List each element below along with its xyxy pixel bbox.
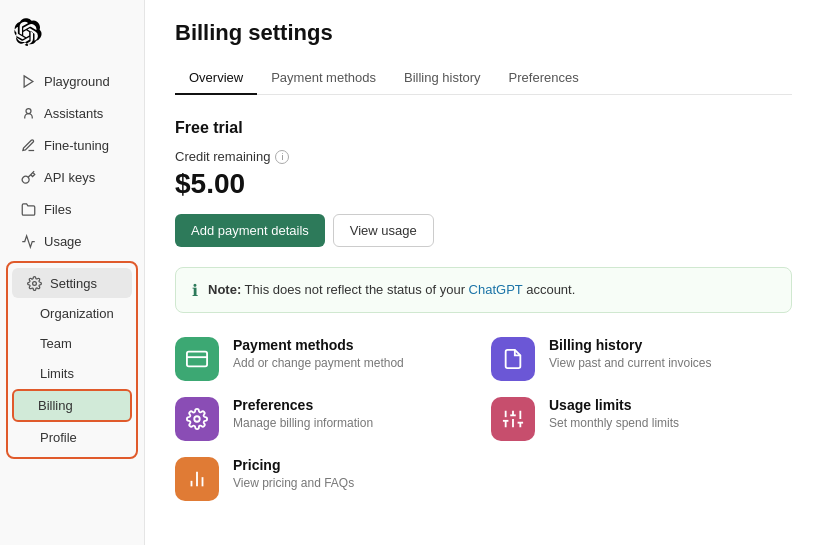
sidebar-item-billing[interactable]: Billing — [14, 391, 130, 420]
logo — [0, 10, 144, 65]
note-after-text: account. — [523, 282, 576, 297]
credit-remaining-label: Credit remaining i — [175, 149, 792, 164]
view-usage-button[interactable]: View usage — [333, 214, 434, 247]
sidebar-item-team[interactable]: Team — [12, 329, 132, 358]
card-payment-methods[interactable]: Payment methods Add or change payment me… — [175, 337, 459, 381]
sidebar-item-playground-label: Playground — [44, 74, 110, 89]
sidebar-item-organization-label: Organization — [40, 306, 114, 321]
add-payment-details-button[interactable]: Add payment details — [175, 214, 325, 247]
svg-point-2 — [32, 281, 36, 285]
sidebar-item-files[interactable]: Files — [6, 194, 138, 224]
card-pricing-title: Pricing — [233, 457, 354, 473]
assistants-icon — [20, 105, 36, 121]
usage-icon — [20, 233, 36, 249]
card-billing-history-text: Billing history View past and current in… — [549, 337, 712, 370]
free-trial-heading: Free trial — [175, 119, 792, 137]
sidebar-item-fine-tuning-label: Fine-tuning — [44, 138, 109, 153]
sidebar-item-organization[interactable]: Organization — [12, 299, 132, 328]
note-before-text: This does not reflect the status of your — [241, 282, 468, 297]
card-pricing-desc: View pricing and FAQs — [233, 476, 354, 490]
page-title: Billing settings — [175, 20, 792, 46]
card-usage-limits-icon — [491, 397, 535, 441]
card-billing-history-desc: View past and current invoices — [549, 356, 712, 370]
card-preferences[interactable]: Preferences Manage billing information — [175, 397, 459, 441]
openai-logo-icon — [14, 18, 42, 46]
card-payment-methods-icon — [175, 337, 219, 381]
chatgpt-link[interactable]: ChatGPT — [469, 282, 523, 297]
sidebar-item-settings[interactable]: Settings — [12, 268, 132, 298]
card-preferences-desc: Manage billing information — [233, 416, 373, 430]
card-usage-limits-title: Usage limits — [549, 397, 679, 413]
card-payment-methods-desc: Add or change payment method — [233, 356, 404, 370]
card-preferences-icon — [175, 397, 219, 441]
sidebar-item-fine-tuning[interactable]: Fine-tuning — [6, 130, 138, 160]
api-keys-icon — [20, 169, 36, 185]
sidebar-item-assistants[interactable]: Assistants — [6, 98, 138, 128]
svg-point-5 — [194, 416, 200, 422]
sidebar-item-team-label: Team — [40, 336, 72, 351]
tab-billing-history[interactable]: Billing history — [390, 62, 495, 95]
tabs-bar: Overview Payment methods Billing history… — [175, 62, 792, 95]
sidebar-item-api-keys[interactable]: API keys — [6, 162, 138, 192]
credit-amount-value: $5.00 — [175, 168, 792, 200]
settings-group: Settings Organization Team Limits Billin… — [6, 261, 138, 459]
note-bold: Note: — [208, 282, 241, 297]
svg-point-1 — [26, 108, 31, 113]
sidebar-item-profile[interactable]: Profile — [12, 423, 132, 452]
files-icon — [20, 201, 36, 217]
card-preferences-text: Preferences Manage billing information — [233, 397, 373, 430]
card-usage-limits-text: Usage limits Set monthly spend limits — [549, 397, 679, 430]
sidebar-item-usage-label: Usage — [44, 234, 82, 249]
playground-icon — [20, 73, 36, 89]
card-payment-methods-title: Payment methods — [233, 337, 404, 353]
note-text: Note: This does not reflect the status o… — [208, 280, 575, 300]
tab-overview[interactable]: Overview — [175, 62, 257, 95]
cards-grid: Payment methods Add or change payment me… — [175, 337, 775, 501]
card-billing-history-title: Billing history — [549, 337, 712, 353]
svg-marker-0 — [24, 75, 33, 86]
card-billing-history-icon — [491, 337, 535, 381]
card-pricing-text: Pricing View pricing and FAQs — [233, 457, 354, 490]
main-content-area: Billing settings Overview Payment method… — [145, 0, 822, 545]
credit-info-icon[interactable]: i — [275, 150, 289, 164]
note-box: ℹ Note: This does not reflect the status… — [175, 267, 792, 313]
sidebar-item-settings-label: Settings — [50, 276, 97, 291]
main-scroll-area: Billing settings Overview Payment method… — [145, 0, 822, 545]
sidebar-item-usage[interactable]: Usage — [6, 226, 138, 256]
tab-payment-methods[interactable]: Payment methods — [257, 62, 390, 95]
svg-rect-3 — [187, 352, 207, 367]
sidebar-item-limits[interactable]: Limits — [12, 359, 132, 388]
billing-item-highlight: Billing — [12, 389, 132, 422]
sidebar-item-api-keys-label: API keys — [44, 170, 95, 185]
sidebar-item-profile-label: Profile — [40, 430, 77, 445]
action-buttons: Add payment details View usage — [175, 214, 792, 247]
sidebar: Playground Assistants Fine-tuning API ke… — [0, 0, 145, 545]
fine-tuning-icon — [20, 137, 36, 153]
card-pricing-icon — [175, 457, 219, 501]
card-billing-history[interactable]: Billing history View past and current in… — [491, 337, 775, 381]
sidebar-item-playground[interactable]: Playground — [6, 66, 138, 96]
note-info-icon: ℹ — [192, 281, 198, 300]
card-pricing[interactable]: Pricing View pricing and FAQs — [175, 457, 459, 501]
card-usage-limits[interactable]: Usage limits Set monthly spend limits — [491, 397, 775, 441]
card-payment-methods-text: Payment methods Add or change payment me… — [233, 337, 404, 370]
sidebar-item-limits-label: Limits — [40, 366, 74, 381]
sidebar-item-files-label: Files — [44, 202, 71, 217]
sidebar-item-billing-label: Billing — [38, 398, 73, 413]
card-preferences-title: Preferences — [233, 397, 373, 413]
tab-preferences[interactable]: Preferences — [495, 62, 593, 95]
sidebar-item-assistants-label: Assistants — [44, 106, 103, 121]
settings-icon — [26, 275, 42, 291]
card-usage-limits-desc: Set monthly spend limits — [549, 416, 679, 430]
